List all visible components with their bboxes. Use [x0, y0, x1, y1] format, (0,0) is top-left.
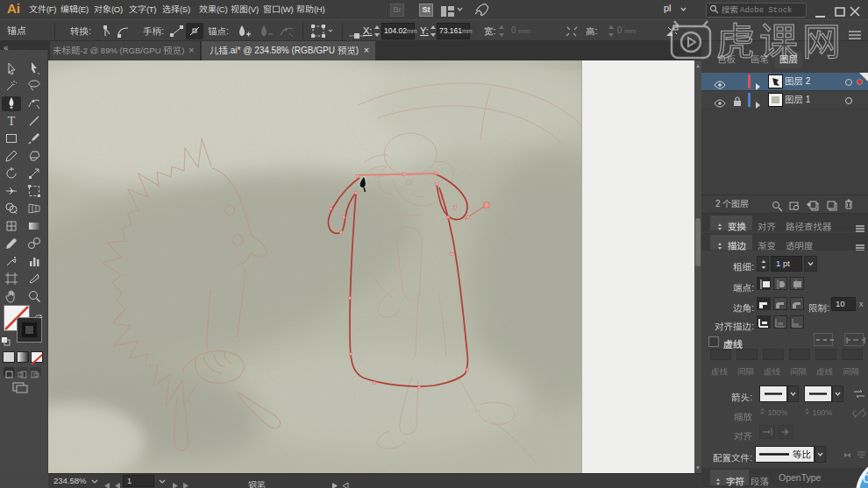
svg-text:T: T	[8, 115, 16, 128]
